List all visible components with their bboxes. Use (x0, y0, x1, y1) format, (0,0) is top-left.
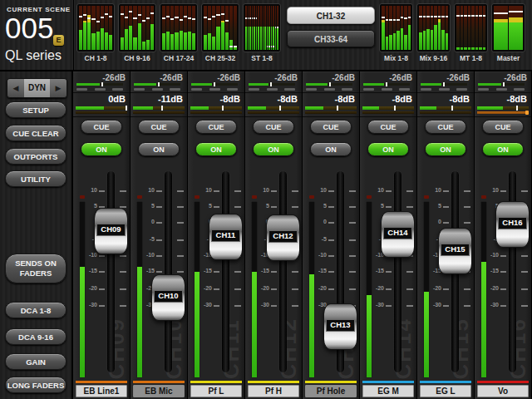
channel-name[interactable]: Pf Hole (305, 385, 357, 397)
meter-bar (248, 6, 249, 50)
fader-scale-tick (521, 255, 528, 257)
meter-bar (483, 6, 486, 50)
channel-name[interactable]: Vo (477, 385, 529, 397)
fader-cap[interactable]: CH16 (495, 201, 530, 248)
fader-scale-tick (443, 288, 449, 290)
cue-button[interactable]: CUE (138, 120, 180, 134)
dynamics2-section[interactable]: -8dB (475, 93, 531, 117)
dynamics1-section[interactable]: -26dB (475, 71, 531, 93)
cue-button[interactable]: CUE (310, 120, 352, 134)
on-button[interactable]: ON (253, 142, 294, 156)
fader-scale-label: 10 (196, 187, 212, 193)
level-meter (76, 3, 115, 52)
on-button[interactable]: ON (138, 142, 180, 156)
dynamics1-threshold: -26dB (446, 73, 470, 82)
dynamics2-section[interactable]: -8dB (188, 93, 244, 117)
meter-bar (431, 6, 434, 50)
on-button[interactable]: ON (195, 142, 237, 156)
dynamics2-section[interactable]: -8dB (245, 93, 302, 117)
gr-segment (306, 88, 317, 91)
dynamics2-section[interactable]: -8dB (303, 93, 359, 117)
next-mode-arrow-icon[interactable]: ▶ (50, 79, 66, 97)
over-indicator (525, 111, 529, 115)
channel-name[interactable]: Pf H (248, 385, 299, 397)
meter-bar (264, 6, 266, 50)
dynamics1-section[interactable]: -26dB (303, 71, 359, 93)
fader-scale-tick (386, 288, 392, 290)
meter-block-st-1-8[interactable]: ST 1-8 (243, 3, 281, 62)
on-button[interactable]: ON (367, 142, 409, 156)
fader-track[interactable] (279, 171, 287, 372)
utility-button[interactable]: UTILITY (5, 170, 66, 187)
cue-button[interactable]: CUE (482, 120, 524, 134)
dynamics1-section[interactable]: -26dB (73, 71, 130, 93)
sidebar: ◀ DYN ▶ SETUP CUE CLEAR OUTPORTS UTILITY… (0, 71, 73, 399)
fader-cap[interactable]: CH13 (323, 303, 357, 350)
meter-bridge-outputs: Mix 1-8Mix 9-16MT 1-8Master (379, 3, 525, 62)
dynamics2-section[interactable]: -8dB (360, 93, 416, 117)
meter-block-mix-1-8[interactable]: Mix 1-8 (379, 3, 413, 62)
gr-segment (382, 88, 392, 91)
encoder-mode-label[interactable]: DYN (24, 79, 50, 97)
dca-1-8-button[interactable]: DCA 1-8 (5, 302, 66, 318)
cue-button[interactable]: CUE (195, 120, 237, 134)
meter-block-mix-9-16[interactable]: Mix 9-16 (416, 3, 451, 62)
channel-name[interactable]: EB Mic (133, 385, 185, 397)
scene-panel[interactable]: CURRENT SCENE 005 E QL series (0, 0, 74, 70)
cue-button[interactable]: CUE (253, 120, 294, 134)
gain-button[interactable]: GAIN (5, 353, 66, 370)
dynamics1-section[interactable]: -26dB (245, 71, 302, 93)
meter-block-master[interactable]: Master (491, 3, 525, 62)
channel-name[interactable]: EG M (362, 385, 414, 397)
meter-block-mt-1-8[interactable]: MT 1-8 (454, 3, 488, 62)
channel-name[interactable]: EG L (420, 385, 471, 397)
setup-button[interactable]: SETUP (5, 101, 66, 118)
channel-name[interactable]: EB Line1 (76, 385, 127, 397)
fader-scale-label: -20 (196, 285, 212, 291)
outports-button[interactable]: OUTPORTS (5, 148, 66, 165)
meter-block-ch-17-24[interactable]: CH 17-24 (160, 3, 198, 62)
meter-bar (87, 6, 91, 50)
fader-track[interactable] (222, 171, 229, 372)
dca-9-16-button[interactable]: DCA 9-16 (5, 328, 66, 345)
fader-track[interactable] (394, 171, 401, 372)
bank-button-ch1-32[interactable]: CH1-32 (287, 7, 375, 24)
cue-button[interactable]: CUE (81, 120, 122, 134)
cue-button[interactable]: CUE (425, 120, 466, 134)
fader-track[interactable] (107, 171, 115, 372)
sends-on-faders-button[interactable]: SENDS ON FADERS (5, 254, 66, 283)
cue-button[interactable]: CUE (367, 120, 409, 134)
meter-block-ch-1-8[interactable]: CH 1-8 (76, 3, 115, 62)
long-faders-button[interactable]: LONG FADERS (5, 377, 66, 393)
bank-button-ch33-64[interactable]: CH33-64 (287, 30, 375, 47)
on-button[interactable]: ON (310, 142, 352, 156)
fader-scale-tick (521, 288, 528, 290)
fader-scale-tick (177, 206, 184, 208)
fader-track[interactable] (165, 171, 172, 372)
dynamics1-section[interactable]: -26dB (360, 71, 416, 93)
meter-block-ch-25-32[interactable]: CH 25-32 (201, 3, 239, 62)
fader-cap[interactable]: CH15 (438, 228, 472, 274)
channel-name[interactable]: Pf L (190, 385, 242, 397)
dynamics2-section[interactable]: 0dB (73, 93, 130, 117)
fader-cap[interactable]: CH11 (209, 214, 243, 260)
fader-cap[interactable]: CH12 (266, 214, 300, 261)
on-button[interactable]: ON (482, 142, 524, 156)
on-button[interactable]: ON (425, 142, 466, 156)
meter-bar (423, 6, 426, 50)
dynamics1-section[interactable]: -26dB (131, 71, 187, 93)
dynamics1-section[interactable]: -26dB (417, 71, 474, 93)
cue-clear-button[interactable]: CUE CLEAR (5, 125, 66, 141)
fader-cap[interactable]: CH10 (151, 274, 185, 321)
prev-mode-arrow-icon[interactable]: ◀ (7, 79, 24, 97)
dynamics2-section[interactable]: -8dB (417, 93, 474, 117)
fader-scale-tick (521, 305, 528, 307)
meter-bar (121, 6, 124, 50)
on-button[interactable]: ON (81, 142, 122, 156)
fader-cap[interactable]: CH14 (381, 211, 415, 258)
dynamics1-section[interactable]: -26dB (188, 71, 244, 93)
meter-block-ch-9-16[interactable]: CH 9-16 (118, 3, 156, 62)
gr-segment (249, 88, 259, 91)
dynamics2-section[interactable]: -11dB (131, 93, 187, 117)
fader-cap[interactable]: CH09 (94, 208, 128, 254)
